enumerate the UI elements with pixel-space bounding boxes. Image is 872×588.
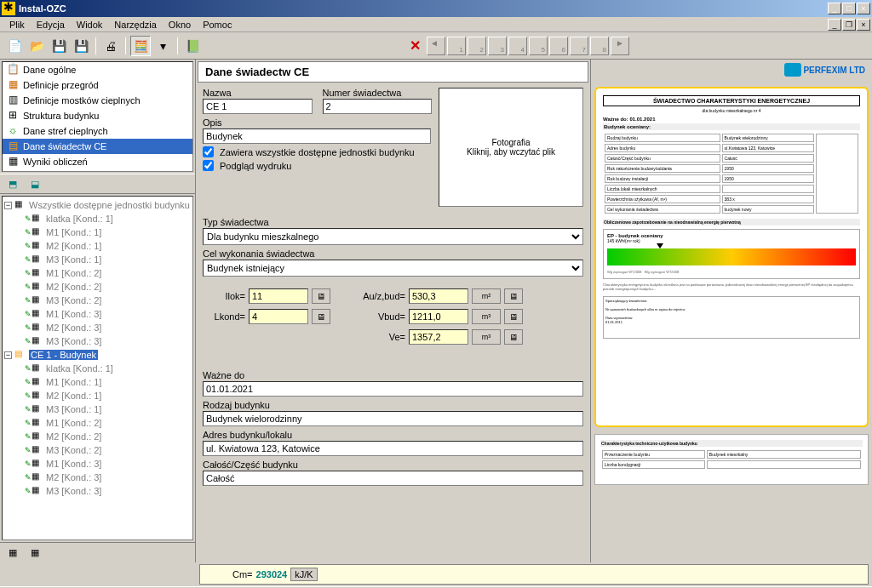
lkond-calc-icon[interactable]: 🖥 — [312, 309, 330, 324]
tree-item[interactable]: ✎▦M2 [Kond.: 3] — [4, 321, 191, 334]
tree-item[interactable]: ✎▦M3 [Kond.: 3] — [4, 484, 191, 498]
nav-item-swiadectw[interactable]: ▤Dane świadectw CE — [3, 139, 192, 154]
podglad-checkbox[interactable] — [203, 160, 214, 171]
ve-unit[interactable]: m³ — [472, 329, 501, 345]
wazne-input[interactable] — [203, 381, 583, 397]
zawiera-checkbox[interactable] — [203, 146, 214, 157]
tree-item[interactable]: ✎▦M1 [Kond.: 1] — [4, 225, 191, 239]
nav-3-button[interactable]: 3 — [488, 37, 507, 55]
lkond-input[interactable] — [249, 309, 308, 324]
mdi-close-button[interactable]: × — [857, 19, 870, 31]
nav-7-button[interactable]: 7 — [570, 37, 588, 55]
opis-input[interactable] — [203, 128, 431, 144]
tool-icon[interactable]: ▾ — [152, 36, 173, 56]
menu-narzedzia[interactable]: Narzędzia — [108, 19, 163, 31]
nav-item-struktura[interactable]: ⊞Struktura budynku — [3, 108, 192, 123]
ilok-input[interactable] — [249, 288, 308, 304]
tree[interactable]: − ▦ Wszystkie dostępne jednostki budynku… — [2, 196, 193, 540]
tree-item[interactable]: ✎▦M3 [Kond.: 2] — [4, 294, 191, 307]
open-icon[interactable]: 📂 — [26, 36, 47, 56]
tree-item[interactable]: ✎▦M3 [Kond.: 3] — [4, 334, 191, 348]
vbud-unit[interactable]: m³ — [472, 309, 501, 324]
cert-preview-2[interactable]: Charakterystyka techniczno-użytkowa budy… — [594, 434, 869, 485]
ve-calc-icon[interactable]: 🖥 — [504, 329, 523, 345]
saveall-icon[interactable]: 💾 — [71, 36, 91, 56]
minimize-button[interactable]: _ — [828, 3, 841, 14]
tree-tool2-icon[interactable]: ⬓ — [25, 174, 45, 194]
ilok-calc-icon[interactable]: 🖥 — [312, 288, 330, 304]
tree-item[interactable]: ✎▦M2 [Kond.: 1] — [4, 389, 191, 402]
nav-next-button[interactable]: ► — [611, 37, 629, 55]
menu-plik[interactable]: Plik — [3, 19, 31, 31]
print-icon[interactable]: 🖨 — [100, 36, 121, 56]
tree-item[interactable]: ✎▦M3 [Kond.: 2] — [4, 443, 191, 457]
menu-widok[interactable]: Widok — [71, 19, 109, 31]
calc-icon[interactable]: 🧮 — [130, 36, 151, 56]
save-icon[interactable]: 💾 — [49, 36, 69, 56]
footer-bar: Cm= 293024 kJ/K — [199, 564, 869, 585]
close-button[interactable]: × — [857, 3, 870, 14]
mdi-minimize-button[interactable]: _ — [828, 19, 841, 31]
tree-item[interactable]: ✎▦M1 [Kond.: 3] — [4, 307, 191, 321]
menu-okno[interactable]: Okno — [163, 19, 197, 31]
ve-input[interactable] — [409, 329, 468, 345]
vbud-calc-icon[interactable]: 🖥 — [504, 309, 523, 324]
bl-tool1-icon[interactable]: ▦ — [3, 543, 23, 563]
nav-5-button[interactable]: 5 — [529, 37, 548, 55]
nav-6-button[interactable]: 6 — [549, 37, 568, 55]
maximize-button[interactable]: □ — [842, 3, 856, 14]
tree-collapse-icon[interactable]: − — [4, 351, 12, 359]
menu-edycja[interactable]: Edycja — [31, 19, 71, 31]
new-icon[interactable]: 📄 — [4, 36, 25, 56]
tree-item[interactable]: ✎▦M1 [Kond.: 1] — [4, 375, 191, 389]
nav-4-button[interactable]: 4 — [508, 37, 527, 55]
tree-item[interactable]: ✎▦M2 [Kond.: 1] — [4, 239, 191, 253]
help-icon[interactable]: 📗 — [182, 36, 203, 56]
nazwa-input[interactable] — [203, 99, 313, 114]
tree-item[interactable]: ✎▦M2 [Kond.: 3] — [4, 471, 191, 484]
tree-item[interactable]: ✎▦M3 [Kond.: 1] — [4, 253, 191, 266]
cel-select[interactable]: Budynek istniejący — [203, 260, 583, 277]
auz-calc-icon[interactable]: 🖥 — [504, 288, 523, 304]
tree-item[interactable]: ✎▦M1 [Kond.: 2] — [4, 266, 191, 280]
menu-pomoc[interactable]: Pomoc — [197, 19, 238, 31]
cm-value: 293024 — [256, 569, 288, 579]
bl-tool2-icon[interactable]: ▦ — [25, 543, 45, 563]
cert-preview[interactable]: ŚWIADECTWO CHARAKTERYSTYKI ENERGETYCZNEJ… — [594, 87, 869, 427]
mdi-restore-button[interactable]: ❐ — [842, 19, 856, 31]
auz-unit[interactable]: m² — [472, 288, 501, 304]
nav-1-button[interactable]: 1 — [447, 37, 466, 55]
tree-item[interactable]: ✎▦M2 [Kond.: 2] — [4, 280, 191, 294]
tree-item[interactable]: ✎▦klatka [Kond.: 1] — [4, 362, 191, 375]
nav-label: Wyniki obliczeń — [23, 157, 88, 167]
nav-prev-button[interactable]: ◄ — [427, 37, 445, 55]
nav-item-ogolne[interactable]: 📋Dane ogólne — [3, 62, 192, 77]
delete-icon[interactable]: ✕ — [404, 36, 425, 56]
tree-item[interactable]: ✎▦M1 [Kond.: 2] — [4, 416, 191, 430]
tree-item[interactable]: ✎▦M2 [Kond.: 2] — [4, 430, 191, 443]
typ-select[interactable]: Dla budynku mieszkalnego — [203, 228, 583, 245]
nav-item-przegrod[interactable]: ▦Definicje przegród — [3, 77, 192, 93]
nav-item-wyniki[interactable]: ▦Wyniki obliczeń — [3, 154, 192, 169]
calosc-input[interactable] — [203, 471, 583, 486]
tree-tool1-icon[interactable]: ⬒ — [3, 174, 23, 194]
logo-text: PERFEXIM LTD — [803, 66, 865, 75]
tree-ce-node[interactable]: − ▤ CE 1 - Budynek — [4, 348, 191, 362]
nav-item-mostkow[interactable]: ▥Definicje mostków cieplnych — [3, 93, 192, 108]
nav-8-button[interactable]: 8 — [590, 37, 609, 55]
numer-input[interactable] — [323, 99, 433, 114]
tree-item[interactable]: ✎▦klatka [Kond.: 1] — [4, 212, 191, 225]
auz-input[interactable] — [409, 288, 468, 304]
adres-input[interactable] — [203, 441, 583, 456]
photo-upload[interactable]: Fotografia Kliknij, aby wczytać plik — [439, 88, 583, 207]
vbud-input[interactable] — [409, 309, 468, 324]
rodzaj-input[interactable] — [203, 411, 583, 426]
tree-item[interactable]: ✎▦M1 [Kond.: 3] — [4, 457, 191, 471]
cm-unit: kJ/K — [290, 568, 317, 581]
tree-collapse-icon[interactable]: − — [4, 202, 12, 209]
nav-item-stref[interactable]: ☼Dane stref cieplnych — [3, 123, 192, 139]
nav-2-button[interactable]: 2 — [468, 37, 486, 55]
tree-item[interactable]: ✎▦M3 [Kond.: 1] — [4, 402, 191, 416]
menubar: Plik Edycja Widok Narzędzia Okno Pomoc _… — [0, 17, 872, 32]
tree-root-all[interactable]: − ▦ Wszystkie dostępne jednostki budynku — [4, 198, 191, 212]
